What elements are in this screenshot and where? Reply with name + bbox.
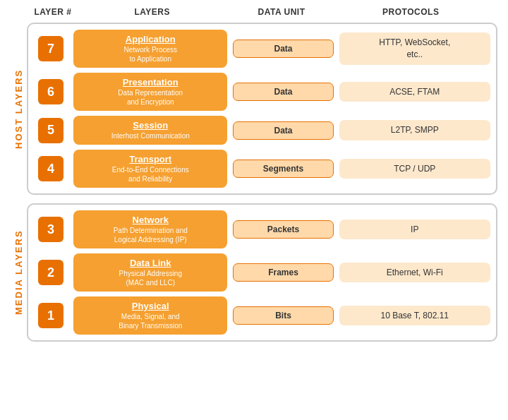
layer-name-subtitle: Physical Addressing (MAC and LLC) xyxy=(80,269,220,287)
layer-name-title: Physical xyxy=(80,301,220,311)
protocols-box: TCP / UDP xyxy=(339,159,490,179)
layer-name-title: Session xyxy=(80,120,220,131)
table-row: 1PhysicalMedia, Signal, and Binary Trans… xyxy=(34,296,490,335)
protocols-box: 10 Base T, 802.11 xyxy=(339,306,490,326)
layer-number-badge: 3 xyxy=(38,217,64,242)
layer-number-badge: 2 xyxy=(38,260,64,285)
protocols-box: HTTP, WebSocket, etc.. xyxy=(339,32,490,65)
layer-name-box: Data LinkPhysical Addressing (MAC and LL… xyxy=(73,253,227,292)
data-unit-box: Bits xyxy=(233,306,333,325)
table-row: 6PresentationData Representation and Enc… xyxy=(34,73,490,111)
layer-num-area: 6 xyxy=(34,79,73,104)
protocols-box: Ethernet, Wi-Fi xyxy=(339,263,490,283)
layer-name-subtitle: End-to-End Connections and Reliability xyxy=(80,165,220,184)
table-header: LAYER # LAYERS DATA UNIT PROTOCOLS xyxy=(11,7,497,17)
data-unit-box: Data xyxy=(233,83,333,101)
header-layer-num: LAYER # xyxy=(33,7,73,17)
data-unit-box: Frames xyxy=(233,263,333,282)
header-data-unit: DATA UNIT xyxy=(232,7,332,17)
layer-num-area: 2 xyxy=(34,260,73,285)
data-unit-box: Packets xyxy=(233,220,333,239)
layer-name-title: Presentation xyxy=(80,77,220,88)
layer-num-area: 7 xyxy=(34,36,73,61)
table-row: 3NetworkPath Determination and Logical A… xyxy=(34,210,490,248)
layer-name-subtitle: Data Representation and Encryption xyxy=(80,88,220,107)
layer-num-area: 5 xyxy=(34,118,73,143)
layer-number-badge: 7 xyxy=(38,36,64,61)
layer-name-subtitle: Interhost Communication xyxy=(80,131,220,140)
layer-num-area: 3 xyxy=(34,217,73,242)
side-label-media: MEDIA LAYERS xyxy=(11,203,27,342)
data-unit-box: Data xyxy=(233,40,333,58)
protocols-box: L2TP, SMPP xyxy=(339,120,490,140)
layer-name-box: NetworkPath Determination and Logical Ad… xyxy=(73,210,227,248)
table-row: 2Data LinkPhysical Addressing (MAC and L… xyxy=(34,253,490,292)
group-media: MEDIA LAYERS3NetworkPath Determination a… xyxy=(11,203,497,342)
table-row: 4TransportEnd-to-End Connections and Rel… xyxy=(34,150,490,188)
layer-number-badge: 6 xyxy=(38,79,64,104)
group-host: HOST LAYERS7ApplicationNetwork Process t… xyxy=(11,23,497,195)
layer-name-box: ApplicationNetwork Process to Applicatio… xyxy=(73,30,227,68)
layer-name-box: TransportEnd-to-End Connections and Reli… xyxy=(73,150,227,188)
table-row: 5SessionInterhost CommunicationDataL2TP,… xyxy=(34,116,490,145)
layer-name-subtitle: Path Determination and Logical Addressin… xyxy=(80,226,220,244)
layer-name-subtitle: Media, Signal, and Binary Transmission xyxy=(80,312,220,330)
data-unit-box: Segments xyxy=(233,160,333,178)
side-label-host: HOST LAYERS xyxy=(11,23,27,195)
layer-name-box: SessionInterhost Communication xyxy=(73,116,227,145)
layer-name-subtitle: Network Process to Application xyxy=(80,45,220,64)
header-protocols: PROTOCOLS xyxy=(331,7,490,17)
group-box-host: 7ApplicationNetwork Process to Applicati… xyxy=(27,23,497,195)
layer-name-box: PresentationData Representation and Encr… xyxy=(73,73,227,111)
layer-number-badge: 1 xyxy=(38,303,64,328)
layer-name-title: Transport xyxy=(80,154,220,164)
layer-num-area: 4 xyxy=(34,156,73,181)
layer-number-badge: 5 xyxy=(38,118,64,143)
table-row: 7ApplicationNetwork Process to Applicati… xyxy=(34,30,490,68)
header-layers: LAYERS xyxy=(73,7,232,17)
protocols-box: IP xyxy=(339,220,490,240)
data-unit-box: Data xyxy=(233,121,333,140)
group-box-media: 3NetworkPath Determination and Logical A… xyxy=(27,203,497,342)
layer-name-title: Data Link xyxy=(80,258,220,268)
protocols-box: ACSE, FTAM xyxy=(339,82,490,102)
layer-num-area: 1 xyxy=(34,303,73,328)
layer-name-box: PhysicalMedia, Signal, and Binary Transm… xyxy=(73,296,227,335)
layer-name-title: Application xyxy=(80,34,220,44)
layer-number-badge: 4 xyxy=(38,156,64,181)
layer-name-title: Network xyxy=(80,215,220,225)
